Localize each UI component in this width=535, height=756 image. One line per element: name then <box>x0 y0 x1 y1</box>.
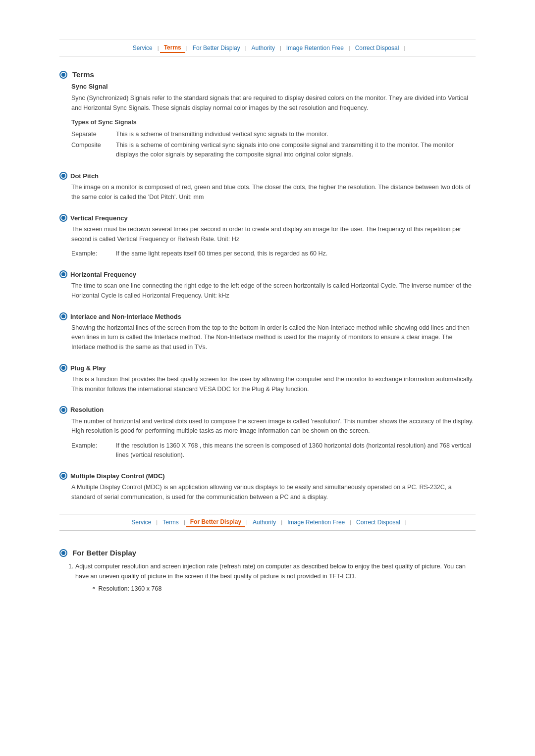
for-better-display-section: For Better Display Adjust computer resol… <box>59 549 476 594</box>
terms-heading-row: Terms <box>59 70 476 79</box>
resolution-example: Example: If the resolution is 1360 X 768… <box>71 441 476 460</box>
section-plug-play: Plug & Play This is a function that prov… <box>59 364 476 394</box>
dot-pitch-title: Dot Pitch <box>70 172 99 180</box>
nav-item-for-better-display[interactable]: For Better Display <box>189 44 244 52</box>
vertical-freq-title: Vertical Frequency <box>70 214 128 222</box>
vertical-freq-heading-row: Vertical Frequency <box>59 214 476 222</box>
bottom-nav-item-for-better-display[interactable]: For Better Display <box>186 517 245 527</box>
nav-sep-5: | <box>348 45 351 51</box>
dot-pitch-body: The image on a monitor is composed of re… <box>71 183 476 202</box>
list-item: Adjust computer resolution and screen in… <box>75 562 476 594</box>
horizontal-freq-heading-row: Horizontal Frequency <box>59 270 476 278</box>
section-horizontal-frequency: Horizontal Frequency The time to scan on… <box>59 270 476 301</box>
bottom-nav-sep-2: | <box>183 519 186 525</box>
for-better-title: For Better Display <box>72 549 136 557</box>
horizontal-freq-title: Horizontal Frequency <box>70 271 136 278</box>
plug-play-title: Plug & Play <box>70 364 106 372</box>
for-better-heading-row: For Better Display <box>59 549 476 557</box>
section-resolution: Resolution The number of horizontal and … <box>59 406 476 460</box>
svg-point-7 <box>61 272 65 276</box>
plug-play-bullet-icon <box>59 364 67 372</box>
bottom-nav-bar: Service | Terms | For Better Display | A… <box>59 514 476 531</box>
vertical-freq-example-text: If the same light repeats itself 60 time… <box>116 249 327 258</box>
section-mdc: Multiple Display Control (MDC) A Multipl… <box>59 472 476 502</box>
bottom-nav-item-terms[interactable]: Terms <box>159 518 183 527</box>
svg-point-11 <box>61 366 65 370</box>
bottom-nav-item-image-retention[interactable]: Image Retention Free <box>283 518 349 527</box>
sync-signal-body: Sync (Synchronized) Signals refer to the… <box>71 94 476 113</box>
bottom-nav-item-service[interactable]: Service <box>127 518 155 527</box>
resolution-example-label: Example: <box>71 441 106 460</box>
top-nav-bar: Service | Terms | For Better Display | A… <box>59 40 476 56</box>
plug-play-body: This is a function that provides the bes… <box>71 375 476 394</box>
table-row: Composite This is a scheme of combining … <box>71 140 476 160</box>
sync-label-composite: Composite <box>71 140 116 160</box>
sync-label-separate: Separate <box>71 129 116 140</box>
dot-pitch-bullet-icon <box>59 172 67 180</box>
interlace-heading-row: Interlace and Non-Interlace Methods <box>59 312 476 320</box>
bottom-nav-item-correct-disposal[interactable]: Correct Disposal <box>352 518 404 527</box>
for-better-bullet-icon <box>59 549 67 557</box>
resolution-sub-text: Resolution: 1360 x 768 <box>98 585 161 592</box>
sync-signal-title: Sync Signal <box>71 82 476 92</box>
plug-play-heading-row: Plug & Play <box>59 364 476 372</box>
sync-value-separate: This is a scheme of transmitting individ… <box>116 129 476 140</box>
svg-point-1 <box>61 73 65 77</box>
for-better-resolution-sub: ⚬ Resolution: 1360 x 768 <box>91 584 476 594</box>
nav-item-correct-disposal[interactable]: Correct Disposal <box>351 44 403 52</box>
bottom-nav-sep-6: | <box>404 519 408 525</box>
mdc-bullet-icon <box>59 472 67 480</box>
nav-sep-1: | <box>157 45 160 51</box>
interlace-bullet-icon <box>59 312 67 320</box>
resolution-bullet-icon <box>59 406 67 414</box>
bottom-nav-item-authority[interactable]: Authority <box>249 518 280 527</box>
nav-item-image-retention[interactable]: Image Retention Free <box>282 44 348 52</box>
resolution-title: Resolution <box>70 406 104 413</box>
terms-bullet-icon <box>59 71 67 79</box>
nav-sep-4: | <box>279 45 282 51</box>
sync-signal-table: Types of Sync Signals Separate This is a… <box>71 118 476 160</box>
bottom-nav-sep-5: | <box>349 519 352 525</box>
bottom-nav-sep-1: | <box>155 519 159 525</box>
for-better-list: Adjust computer resolution and screen in… <box>75 562 476 594</box>
vertical-freq-example: Example: If the same light repeats itsel… <box>71 249 476 258</box>
bottom-nav-sep-4: | <box>280 519 283 525</box>
interlace-body: Showing the horizontal lines of the scre… <box>71 323 476 352</box>
section-sync-signal: Sync Signal Sync (Synchronized) Signals … <box>59 82 476 160</box>
bottom-nav-sep-3: | <box>245 519 249 525</box>
sync-value-composite: This is a scheme of combining vertical s… <box>116 140 476 160</box>
nav-item-service[interactable]: Service <box>129 44 157 52</box>
nav-sep-3: | <box>244 45 248 51</box>
section-interlace: Interlace and Non-Interlace Methods Show… <box>59 312 476 352</box>
section-vertical-frequency: Vertical Frequency The screen must be re… <box>59 214 476 258</box>
vertical-freq-example-label: Example: <box>71 249 106 258</box>
mdc-title: Multiple Display Control (MDC) <box>70 472 165 480</box>
svg-point-17 <box>61 551 65 555</box>
vertical-freq-body: The screen must be redrawn several times… <box>71 225 476 244</box>
svg-point-5 <box>61 216 65 220</box>
resolution-example-text: If the resolution is 1360 X 768 , this m… <box>116 441 476 460</box>
section-dot-pitch: Dot Pitch The image on a monitor is comp… <box>59 172 476 202</box>
nav-sep-2: | <box>185 45 189 51</box>
vertical-freq-bullet-icon <box>59 214 67 222</box>
resolution-body: The number of horizontal and vertical do… <box>71 417 476 436</box>
horizontal-freq-bullet-icon <box>59 270 67 278</box>
svg-point-9 <box>61 314 65 318</box>
nav-item-terms[interactable]: Terms <box>160 43 185 53</box>
table-row: Separate This is a scheme of transmittin… <box>71 129 476 140</box>
interlace-title: Interlace and Non-Interlace Methods <box>70 313 181 320</box>
svg-point-13 <box>61 408 65 412</box>
nav-item-authority[interactable]: Authority <box>248 44 279 52</box>
sync-table-title: Types of Sync Signals <box>71 118 476 127</box>
mdc-heading-row: Multiple Display Control (MDC) <box>59 472 476 480</box>
svg-point-15 <box>61 474 65 478</box>
terms-title: Terms <box>72 70 94 79</box>
nav-sep-6: | <box>403 45 406 51</box>
mdc-body: A Multiple Display Control (MDC) is an a… <box>71 483 476 502</box>
svg-point-3 <box>61 174 65 178</box>
resolution-heading-row: Resolution <box>59 406 476 414</box>
for-better-item-1-text: Adjust computer resolution and screen in… <box>75 563 466 579</box>
horizontal-freq-body: The time to scan one line connecting the… <box>71 281 476 301</box>
dot-pitch-heading-row: Dot Pitch <box>59 172 476 180</box>
